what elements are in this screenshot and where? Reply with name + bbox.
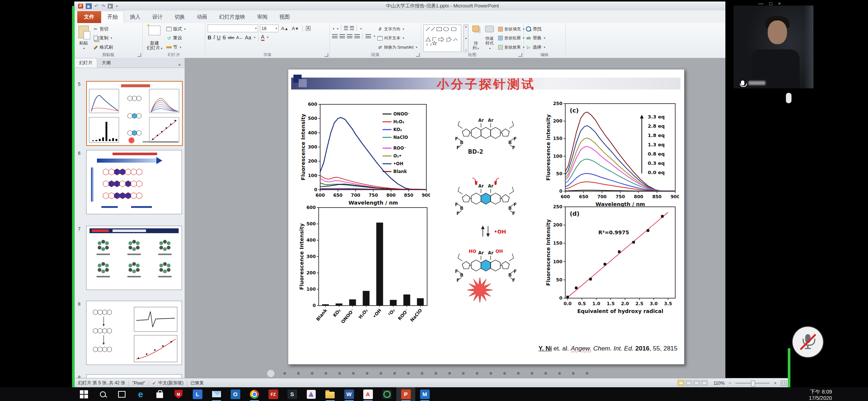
tab-animations[interactable]: 动画 [191, 11, 213, 23]
tab-home[interactable]: 开始 [101, 11, 124, 23]
strip-dot[interactable] [558, 372, 561, 375]
strip-dot[interactable] [476, 372, 478, 375]
layout-button[interactable]: 版式▾ [166, 26, 186, 32]
dialog-launcher-icon[interactable] [137, 53, 141, 57]
strip-dot[interactable] [572, 372, 575, 375]
webcam-video[interactable] [734, 6, 813, 88]
taskbar-chrome[interactable] [245, 387, 264, 401]
taskbar-paint-3d[interactable] [302, 387, 321, 401]
character-spacing-button[interactable]: A↔ [236, 35, 243, 40]
replace-button[interactable]: ab替换▾ [526, 35, 545, 41]
decrease-indent-button[interactable] [344, 26, 348, 30]
taskbar-filezilla[interactable]: FZ [264, 387, 283, 401]
zoom-in-button[interactable]: + [773, 380, 778, 386]
bold-button[interactable]: B [208, 35, 211, 40]
tab-slideshow[interactable]: 幻灯片放映 [213, 11, 251, 23]
zoom-slider[interactable] [735, 383, 770, 384]
shrink-font-button[interactable]: A▼ [291, 26, 299, 31]
strip-dot[interactable] [544, 372, 547, 375]
font-color-button[interactable]: A [261, 34, 264, 41]
zoom-slider-thumb[interactable] [751, 381, 755, 387]
strip-dot[interactable] [311, 372, 313, 375]
taskbar-edge[interactable]: e [131, 387, 150, 401]
zoom-out-button[interactable]: − [728, 380, 733, 386]
strip-dot[interactable] [435, 372, 437, 375]
slide-sorter-view-button[interactable] [685, 380, 692, 386]
tab-review[interactable]: 审阅 [251, 11, 273, 23]
taskbar-clock[interactable]: 下午 8:09 17/5/2020 [778, 389, 832, 401]
taskbar-microsoft-store[interactable] [150, 387, 169, 401]
strip-dot[interactable] [448, 372, 451, 375]
strip-dot[interactable] [338, 372, 341, 375]
strip-dot[interactable] [393, 372, 396, 375]
save-icon[interactable] [86, 3, 92, 9]
slide-canvas[interactable]: 小分子探针测试 0 100 200 300 400 500 600 600 65… [288, 69, 685, 365]
strip-dot[interactable] [380, 372, 382, 375]
reading-view-button[interactable] [693, 380, 700, 386]
shape-outline-button[interactable]: 形状轮廓▾ [498, 35, 524, 41]
normal-view-button[interactable] [677, 380, 685, 386]
undo-icon[interactable]: ↶ [94, 4, 98, 9]
paste-button[interactable]: 粘贴▾ [77, 25, 91, 52]
new-slide-button[interactable]: 新建幻灯片▾ [145, 25, 164, 52]
strip-dot[interactable] [297, 372, 300, 375]
language-status[interactable]: 中文(新加坡) [158, 380, 183, 386]
strip-dot[interactable] [407, 372, 410, 375]
panel-close-icon[interactable]: × [174, 62, 185, 68]
align-right-button[interactable] [347, 34, 352, 38]
align-text-button[interactable]: 对齐文本▾ [377, 35, 417, 41]
qat-dropdown-icon[interactable]: ▾ [116, 4, 118, 8]
strip-dot[interactable] [366, 372, 368, 375]
dialog-launcher-icon[interactable] [518, 53, 522, 57]
mic-muted-button[interactable] [793, 327, 823, 357]
dialog-launcher-icon[interactable] [325, 53, 328, 57]
tab-file[interactable]: 文件 [77, 11, 101, 23]
shapes-scrollbar[interactable]: ▲▼≡ [464, 25, 468, 52]
redo-icon[interactable]: ↷ [101, 4, 105, 9]
slideshow-view-button[interactable] [701, 380, 708, 386]
strikethrough-button[interactable]: S [222, 35, 226, 40]
app-scrollbar-thumb[interactable] [786, 93, 791, 103]
taskbar-word[interactable]: W [339, 387, 358, 401]
taskbar-mcafee[interactable]: M [169, 387, 188, 401]
select-button[interactable]: ▷选择▾ [526, 44, 545, 50]
shape-effects-button[interactable]: 形状效果▾ [498, 45, 524, 50]
clear-formatting-button[interactable]: 🄰 [305, 26, 311, 31]
taskbar-outlook[interactable]: O [226, 387, 245, 401]
font-size-select[interactable]: 16▾ [260, 25, 279, 32]
find-button[interactable]: 查找 [526, 26, 545, 32]
format-painter-button[interactable]: 格式刷 [93, 44, 113, 50]
shape-fill-button[interactable]: 形状填充▾ [498, 26, 524, 32]
panel-tab-slides[interactable]: 幻灯片 [74, 58, 97, 68]
taskbar-app-m[interactable]: M [415, 387, 434, 401]
columns-button[interactable] [365, 34, 371, 38]
copy-button[interactable]: 复制▾ [93, 35, 113, 41]
smartart-button[interactable]: ⇄转换为 SmartArt▾ [377, 45, 417, 50]
numbering-button[interactable]: ▾ [336, 25, 338, 31]
tab-view[interactable]: 视图 [273, 11, 296, 23]
grow-font-button[interactable]: A▲ [280, 26, 289, 31]
strip-dot[interactable] [517, 372, 520, 375]
spellcheck-icon[interactable]: ✓ [152, 381, 156, 386]
arrange-button[interactable]: 排列▾ [471, 25, 481, 52]
shapes-gallery[interactable] [423, 25, 461, 52]
line-spacing-button[interactable]: ▾ [360, 25, 362, 31]
taskbar-app-l[interactable]: L [188, 387, 207, 401]
slide-thumbnail-6[interactable]: 6 [74, 150, 185, 213]
reset-button[interactable]: ↺重设 [166, 35, 186, 41]
increase-indent-button[interactable] [350, 26, 354, 30]
strip-dot[interactable] [352, 372, 355, 375]
panel-tab-outline[interactable]: 大纲 [97, 58, 115, 68]
slide-thumbnail-7[interactable]: 7 [74, 226, 185, 289]
slideshow-icon[interactable] [108, 4, 113, 9]
justify-button[interactable] [354, 34, 360, 38]
tab-design[interactable]: 设计 [146, 11, 169, 23]
italic-button[interactable]: I [213, 35, 215, 40]
strip-nav-button[interactable] [267, 370, 274, 377]
slide-thumbnail-5[interactable]: 5 [74, 81, 185, 144]
strip-dot[interactable] [421, 372, 423, 375]
strip-dot[interactable] [531, 372, 533, 375]
change-case-button[interactable]: Aa [245, 35, 251, 40]
strip-dot[interactable] [503, 372, 506, 375]
strip-dot[interactable] [490, 372, 492, 375]
